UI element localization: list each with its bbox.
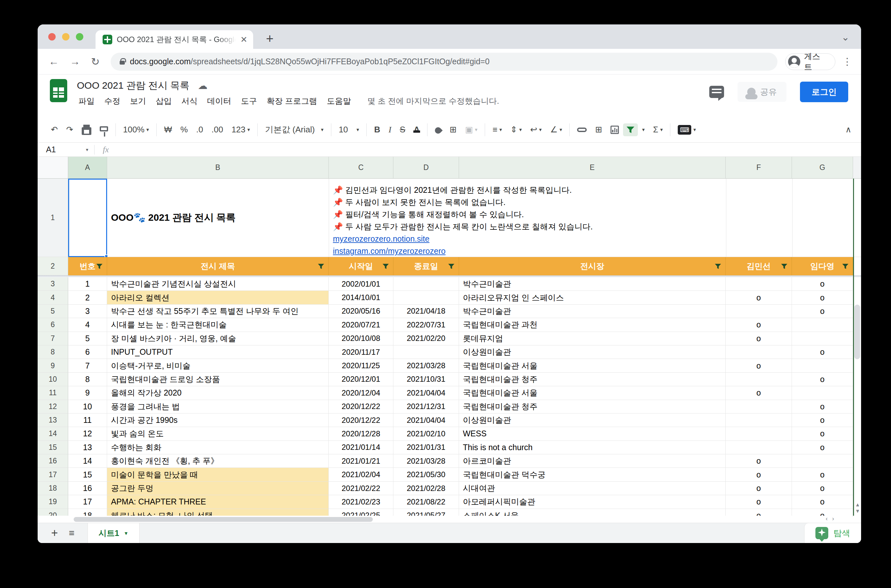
cell-title[interactable]: APMA: CHAPTER THREE: [107, 495, 329, 508]
insert-link-icon[interactable]: [573, 128, 591, 132]
cell-lim[interactable]: o: [792, 373, 853, 386]
browser-tab[interactable]: OOO 2021 관람 전시 목록 - Google ✕: [96, 30, 253, 49]
fill-color-icon[interactable]: [431, 126, 446, 134]
cell-title[interactable]: 아라리오 컬렉션: [107, 291, 329, 304]
note-link[interactable]: myzerozerozero.notion.site: [333, 232, 429, 245]
cell-venue[interactable]: 이상원미술관: [459, 345, 725, 359]
cell-start-date[interactable]: 2020/12/01: [329, 373, 393, 386]
cell-kim[interactable]: o: [725, 454, 792, 468]
comment-history-icon[interactable]: [709, 86, 724, 98]
cell-kim[interactable]: o: [725, 291, 792, 304]
share-button[interactable]: 공유: [737, 82, 786, 102]
insert-comment-icon[interactable]: ⊞: [591, 124, 607, 135]
cell-start-date[interactable]: 2021/01/21: [329, 454, 393, 468]
column-header-E[interactable]: E: [459, 157, 725, 178]
cell-end-date[interactable]: 2021/03/28: [393, 359, 459, 372]
row-header[interactable]: 8: [38, 345, 68, 359]
menu-4[interactable]: 삽입: [151, 94, 177, 108]
filter-header-전시 제목[interactable]: 전시 제목: [107, 257, 329, 275]
horizontal-scrollbar-thumb[interactable]: [74, 517, 373, 522]
cell-title[interactable]: 장 미셸 바스키아 · 거리, 영웅, 예술: [107, 332, 329, 345]
sheets-logo[interactable]: [50, 79, 67, 102]
sheet-tab-menu-chevron-icon[interactable]: ▼: [123, 531, 128, 536]
cell-no[interactable]: 17: [68, 495, 107, 508]
cell-no[interactable]: 13: [68, 441, 107, 454]
menu-8[interactable]: 확장 프로그램: [262, 94, 322, 108]
cell-kim[interactable]: o: [725, 386, 792, 400]
cell-venue[interactable]: 국립현대미술관 서울: [459, 359, 725, 372]
column-header-D[interactable]: D: [393, 157, 459, 178]
cell-no[interactable]: 12: [68, 427, 107, 441]
cell-lim[interactable]: [792, 359, 853, 372]
horizontal-scroll-arrows[interactable]: ‹›: [826, 515, 838, 522]
cell-no[interactable]: 1: [68, 277, 107, 291]
borders-icon[interactable]: ⊞: [446, 124, 461, 135]
row-header[interactable]: 4: [38, 291, 68, 304]
cell-venue[interactable]: 이상원미술관: [459, 414, 725, 427]
strikethrough-button[interactable]: S: [396, 124, 409, 135]
filter-views-dropdown[interactable]: ▾: [638, 127, 649, 133]
cell-kim[interactable]: [725, 304, 792, 318]
cell-start-date[interactable]: 2014/10/01: [329, 291, 393, 304]
more-formats-button[interactable]: 123▾: [227, 124, 254, 135]
cell-title[interactable]: 박수근미술관 기념전시실 상설전시: [107, 277, 329, 291]
column-header-C[interactable]: C: [329, 157, 393, 178]
cell-lim[interactable]: [792, 318, 853, 332]
cell-lim[interactable]: o: [792, 427, 853, 441]
cell-title[interactable]: 이승택-거꾸로, 비미술: [107, 359, 329, 372]
filter-funnel-icon[interactable]: [318, 263, 325, 269]
row-header[interactable]: 7: [38, 332, 68, 345]
cell-end-date[interactable]: 2021/01/31: [393, 441, 459, 454]
row-header[interactable]: 18: [38, 482, 68, 495]
address-bar[interactable]: docs.google.com/spreadsheets/d/1jqLS28NQ…: [111, 53, 777, 71]
cell-no[interactable]: 2: [68, 291, 107, 304]
cell-start-date[interactable]: 2002/01/01: [329, 277, 393, 291]
cell-no[interactable]: 3: [68, 304, 107, 318]
cell-start-date[interactable]: 2020/11/17: [329, 345, 393, 359]
cell-no[interactable]: 5: [68, 332, 107, 345]
name-box-chevron-icon[interactable]: ▾: [86, 147, 89, 153]
filter-funnel-icon[interactable]: [382, 263, 389, 269]
explore-button[interactable]: 탐색: [804, 523, 861, 543]
cell-start-date[interactable]: 2020/12/22: [329, 400, 393, 414]
filter-header-전시장[interactable]: 전시장: [459, 257, 725, 275]
cell-venue[interactable]: 롯데뮤지엄: [459, 332, 725, 345]
cell-venue[interactable]: 국립현대미술관 청주: [459, 373, 725, 386]
lock-icon[interactable]: [120, 61, 125, 64]
cell-start-date[interactable]: 2020/11/25: [329, 359, 393, 372]
italic-button[interactable]: I: [384, 125, 396, 135]
menu-3[interactable]: 보기: [125, 94, 151, 108]
cell-venue[interactable]: 아모레퍼시픽미술관: [459, 495, 725, 508]
cell-lim[interactable]: o: [792, 345, 853, 359]
cell-title[interactable]: 홍이현숙 개인전 《횡, 추 푸》: [107, 454, 329, 468]
filter-header-종료일[interactable]: 종료일: [393, 257, 459, 275]
filter-funnel-icon[interactable]: [714, 263, 721, 269]
cell-kim[interactable]: [725, 427, 792, 441]
zoom-select[interactable]: 100% ▾: [119, 124, 154, 135]
cell-kim[interactable]: [725, 414, 792, 427]
vertical-scroll-arrows[interactable]: ▲▼: [855, 502, 860, 514]
cell-venue[interactable]: 시대여관: [459, 482, 725, 495]
all-sheets-icon[interactable]: ≡: [69, 528, 75, 538]
cell-kim[interactable]: o: [725, 332, 792, 345]
text-color-button[interactable]: A: [409, 124, 424, 135]
cell-kim[interactable]: [725, 373, 792, 386]
cell-no[interactable]: 10: [68, 400, 107, 414]
cell-no[interactable]: 4: [68, 318, 107, 332]
profile-button[interactable]: 게스트: [785, 53, 835, 70]
menu-1[interactable]: 파일: [74, 94, 99, 108]
cell-venue[interactable]: 국립현대미술관 청주: [459, 400, 725, 414]
cell-end-date[interactable]: 2021/03/28: [393, 454, 459, 468]
cell-no[interactable]: 14: [68, 454, 107, 468]
minimize-window-button[interactable]: [62, 33, 69, 40]
row-header[interactable]: 15: [38, 441, 68, 454]
font-select[interactable]: 기본값 (Arial) ▾: [261, 124, 328, 135]
row-header[interactable]: 11: [38, 386, 68, 400]
cell-end-date[interactable]: 2021/02/20: [393, 332, 459, 345]
paint-format-icon[interactable]: [96, 128, 112, 131]
cell-start-date[interactable]: 2021/02/23: [329, 495, 393, 508]
row-header[interactable]: 13: [38, 414, 68, 427]
cell-lim[interactable]: o: [792, 468, 853, 482]
cell-title[interactable]: 시대를 보는 눈 : 한국근현대미술: [107, 318, 329, 332]
cell-end-date[interactable]: 2021/04/04: [393, 386, 459, 400]
